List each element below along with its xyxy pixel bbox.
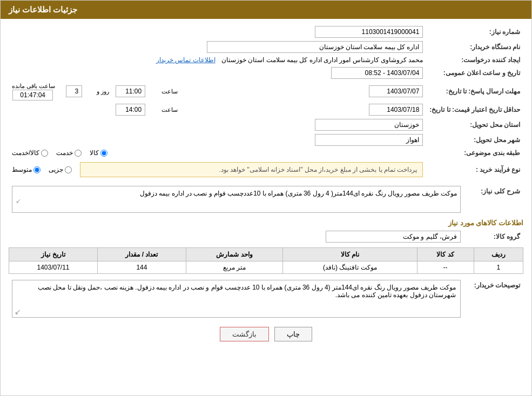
price-date-value: 1403/07/18 [369,104,423,116]
announce-date-value: 1403/07/04 - 08:52 [331,67,423,79]
buyer-notes-section: توصیحات خریدار: موکت طریف مصور رویال رنگ… [9,278,523,319]
province-label: استان محل تحویل: [426,117,523,132]
print-button[interactable]: چاپ [274,327,312,341]
process-option-small[interactable]: جزیی [49,166,72,173]
remaining-value: 01:47:04 [12,90,53,100]
buyer-org-value: اداره کل بیمه سلامت استان خوزستان [207,41,423,53]
need-number-label: شماره نیاز: [426,24,523,39]
description-value: موکت طریف مصور رویال رنگ نقره ای144متر( … [12,186,461,213]
response-days-label: روز و [97,88,109,95]
col-header-qty: تعداد / مقدار [97,248,186,261]
page-title: جزئیات اطلاعات نیاز [9,5,77,14]
process-note: پرداخت تمام یا بخشی از مبلغ خرید،از محل … [80,162,423,177]
description-section: شرح کلی نیاز: موکت طریف مصور رویال رنگ ن… [9,184,523,214]
col-header-row: ردیف [474,248,523,261]
price-time-value: 14:00 [116,104,145,116]
price-validity-label: حداقل تاریخ اعتبار قیمت: تا تاریخ: [426,102,523,117]
response-date-value: 1403/07/07 [369,85,423,97]
province-value: خوزستان [315,119,423,131]
table-row: 1--موکت تافتینگ (نافد)متر مربع1441403/07… [9,261,523,274]
price-time-label: ساعت [161,106,178,113]
back-button[interactable]: بازگشت [220,327,269,341]
process-option-medium[interactable]: متوسط [12,166,41,173]
city-value: اهواز [315,134,423,146]
category-option-service[interactable]: خدمت [56,149,82,157]
response-time-value: 11:00 [116,85,145,97]
description-label: شرح کلی نیاز: [464,184,523,214]
creator-label: ایجاد کننده درخواست: [426,55,523,65]
category-radio-group: کالا/خدمت خدمت کالا [12,149,423,157]
col-header-date: تاریخ نیاز [9,248,98,261]
category-label: طبقه بندی موضوعی: [426,147,523,158]
buyer-notes-label: توصیحات خریدار: [464,278,523,319]
page-header: جزئیات اطلاعات نیاز [1,1,531,19]
process-label: نوع فرآیند خرید : [426,158,523,181]
creator-value: محمد کروشاوی کارشناس امور اداری اداره کل… [221,56,423,64]
category-option-goods-service[interactable]: کالا/خدمت [12,149,48,157]
remaining-label: ساعت باقی مانده [12,83,55,89]
process-radio-group: متوسط جزیی [12,166,72,173]
col-header-name: نام کالا [283,248,417,261]
need-number-value: 1103001419000041 [315,26,423,38]
col-header-unit: واحد شمارش [186,248,282,261]
buyer-notes-value: موکت طریف مصور رویال رنگ نقره ای144متر (… [12,280,461,318]
product-group-section: گروه کالا: فرش، گلیم و موکت [9,229,523,244]
button-area: چاپ بازگشت [9,327,523,341]
info-section: شماره نیاز: 1103001419000041 نام دستگاه … [9,24,523,181]
buyer-org-label: نام دستگاه خریدار: [426,39,523,55]
response-deadline-label: مهلت ارسال پاسخ: تا تاریخ: [426,80,523,102]
response-time-label: ساعت [161,88,178,95]
city-label: شهر محل تحویل: [426,132,523,147]
product-group-value: فرش، گلیم و موکت [326,231,461,243]
product-group-label: گروه کالا: [464,229,523,244]
goods-table: ردیف کد کالا نام کالا واحد شمارش تعداد /… [9,247,523,274]
goods-section-title: اطلاعات کالاهای مورد نیاز [9,219,523,227]
announce-date-label: تاریخ و ساعت اعلان عمومی: [426,65,523,80]
col-header-code: کد کالا [417,248,474,261]
response-days-value: 3 [66,85,82,97]
category-option-goods[interactable]: کالا [90,149,107,157]
creator-contact-link[interactable]: اطلاعات تماس خریدار [156,56,216,64]
